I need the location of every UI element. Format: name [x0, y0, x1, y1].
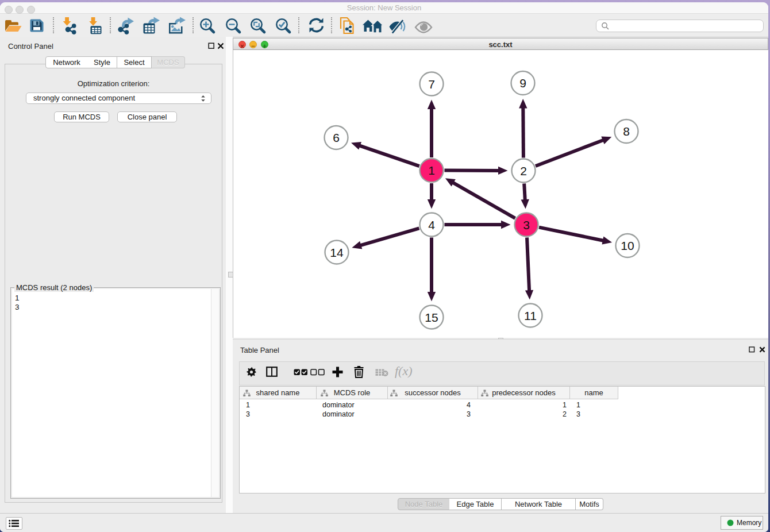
- svg-text:11: 11: [524, 309, 537, 322]
- svg-text:3: 3: [523, 218, 530, 232]
- svg-text:2: 2: [520, 164, 527, 178]
- svg-text:6: 6: [333, 131, 340, 144]
- svg-text:9: 9: [519, 76, 526, 90]
- svg-text:15: 15: [425, 311, 438, 324]
- svg-text:1: 1: [428, 164, 435, 177]
- svg-text:8: 8: [623, 125, 630, 138]
- svg-text:7: 7: [428, 78, 435, 91]
- svg-text:14: 14: [330, 246, 344, 259]
- svg-text:10: 10: [621, 239, 634, 252]
- svg-text:4: 4: [428, 218, 435, 232]
